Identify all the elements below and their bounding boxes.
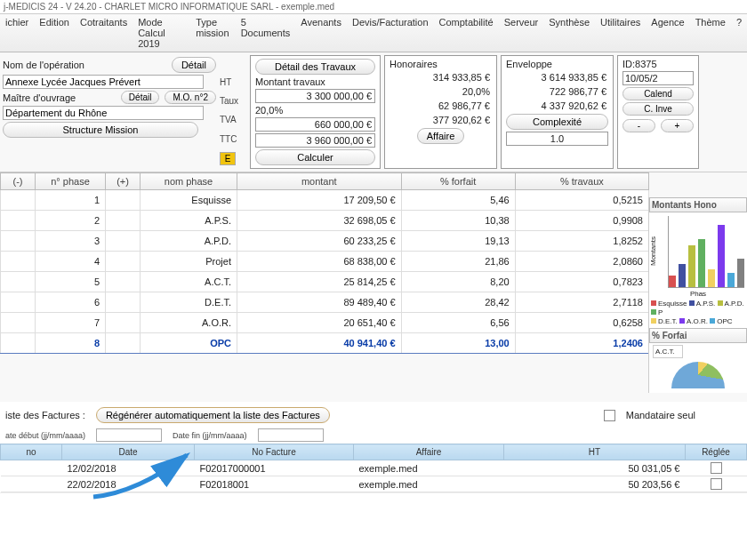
phase-row[interactable]: 7A.O.R.20 651,40 €6,560,6258: [1, 313, 649, 333]
reglee-checkbox[interactable]: [711, 478, 722, 490]
hono-taux: 20,0%: [390, 85, 492, 98]
col-minus[interactable]: (-): [1, 173, 36, 190]
calculer-button[interactable]: Calculer: [255, 149, 375, 165]
chart-bar: [669, 276, 676, 287]
menu-item[interactable]: Synthèse: [547, 16, 591, 50]
chart-bar: [679, 264, 686, 287]
menu-item[interactable]: Avenants: [299, 16, 343, 50]
menu-item[interactable]: Serveur: [502, 16, 541, 50]
col-montant[interactable]: montant: [237, 173, 402, 190]
travaux-taux: 20,0%: [255, 105, 375, 116]
menu-item[interactable]: ?: [735, 16, 743, 50]
menu-item[interactable]: Thème: [694, 16, 727, 50]
mo-detail-button[interactable]: Détail: [121, 91, 160, 104]
affaire-button[interactable]: Affaire: [417, 128, 465, 144]
inv-col[interactable]: Affaire: [354, 444, 504, 460]
enveloppe-title: Enveloppe: [506, 59, 608, 69]
structure-mission-button[interactable]: Structure Mission: [3, 122, 198, 138]
cinve-button[interactable]: C. Inve: [622, 102, 694, 116]
menu-item[interactable]: Edition: [37, 16, 71, 50]
date-debut-input[interactable]: [96, 428, 162, 442]
chart2-plot: [671, 362, 725, 388]
nom-label: Nom de l'opération: [3, 60, 84, 70]
regen-invoices-button[interactable]: Régénérer automatiquement la liste des F…: [96, 407, 330, 423]
invoice-row[interactable]: 12/02/2018F02017000001exemple.med50 031,…: [1, 460, 747, 476]
nom-operation-input[interactable]: [3, 75, 204, 89]
chart1-title: Montants Hono: [649, 197, 747, 212]
complexite-button[interactable]: Complexité: [506, 114, 608, 130]
chart-bar: [688, 245, 695, 287]
panel-honoraires: Honoraires 314 933,85 € 20,0% 62 986,77 …: [384, 55, 497, 169]
date-debut-label: ate début (jj/mm/aaaa): [5, 431, 85, 440]
menu-item[interactable]: Utilitaires: [598, 16, 642, 50]
mo-n2-button[interactable]: M.O. n°2: [165, 91, 216, 104]
montant-travaux-label: Montant travaux: [255, 76, 375, 87]
title-bar: j-MEDICIS 24 - V 24.20 - CHARLET MICRO I…: [0, 0, 747, 14]
chart2-title: % Forfai: [649, 328, 747, 343]
mandataire-checkbox[interactable]: [604, 410, 615, 421]
menu-item[interactable]: Type mission: [194, 16, 231, 50]
phase-table: (-) n° phase (+) nom phase montant % for…: [0, 172, 649, 354]
menu-item[interactable]: Mode Calcul 2019: [136, 16, 187, 50]
inv-col[interactable]: HT: [504, 444, 686, 460]
e-badge: E: [220, 152, 236, 165]
detail-operation-button[interactable]: Détail: [172, 57, 216, 73]
reglee-checkbox[interactable]: [711, 462, 722, 474]
travaux-tva: 660 000,00 €: [255, 117, 375, 132]
inv-col[interactable]: no: [1, 444, 62, 460]
chart-bar: [727, 273, 735, 287]
hono-ht: 314 933,85 €: [390, 71, 492, 84]
detail-travaux-button[interactable]: Détail des Travaux: [255, 59, 375, 75]
inv-col[interactable]: Date: [62, 444, 195, 460]
tax-labels: HT Taux TVA TTC E: [220, 55, 246, 169]
phase-row[interactable]: 4Projet68 838,00 €21,862,0860: [1, 252, 649, 272]
env-tva: 722 986,77 €: [506, 85, 608, 98]
id-value: ID:8375: [622, 59, 694, 69]
phase-row[interactable]: 6D.E.T.89 489,40 €28,422,7118: [1, 292, 649, 313]
phase-row[interactable]: 5A.C.T.25 814,25 €8,200,7823: [1, 272, 649, 292]
menu-item[interactable]: Agence: [649, 16, 686, 50]
col-nom[interactable]: nom phase: [141, 173, 237, 190]
menu-item[interactable]: Cotraitants: [78, 16, 129, 50]
invoice-list-label: iste des Factures :: [5, 410, 85, 420]
minus-button[interactable]: -: [622, 119, 655, 132]
menu-item[interactable]: Comptabilité: [438, 16, 495, 50]
phase-row[interactable]: 1Esquisse17 209,50 €5,460,5215: [1, 190, 649, 211]
inv-col[interactable]: Réglée: [686, 444, 747, 460]
menu-bar: ichierEditionCotraitantsMode Calcul 2019…: [0, 14, 747, 52]
invoice-row[interactable]: 22/02/2018F02018001exemple.med50 203,56 …: [1, 476, 747, 492]
chart-bar: [718, 225, 725, 287]
id-date: 10/05/2: [622, 71, 694, 85]
taux-label: Taux: [220, 95, 246, 107]
col-no[interactable]: n° phase: [36, 173, 106, 190]
window-title: j-MEDICIS 24 - V 24.20 - CHARLET MICRO I…: [4, 2, 334, 12]
panel-enveloppe: Enveloppe 3 614 933,85 € 722 986,77 € 4 …: [501, 55, 614, 169]
charts-sidebar: Montants Hono Montants Phas Esquisse A.P…: [648, 197, 747, 393]
panel-id: ID:8375 10/05/2 Calend C. Inve - +: [617, 55, 699, 169]
phase-section: (-) n° phase (+) nom phase montant % for…: [0, 172, 747, 354]
panel-travaux: Détail des Travaux Montant travaux 3 300…: [250, 55, 381, 169]
chart1-ylabel: Montants: [649, 212, 657, 290]
tva-label: TVA: [220, 114, 246, 125]
env-ttc: 4 337 920,62 €: [506, 100, 608, 112]
pie-label: A.C.T.: [653, 345, 683, 358]
calend-button[interactable]: Calend: [622, 87, 694, 100]
inv-col[interactable]: No Facture: [195, 444, 354, 460]
chart-bar: [708, 269, 715, 287]
menu-item[interactable]: 5 Documents: [239, 16, 293, 50]
phase-row[interactable]: 3A.P.D.60 233,25 €19,131,8252: [1, 231, 649, 252]
chart1-xlabel: Phas: [649, 290, 747, 298]
col-plus[interactable]: (+): [106, 173, 141, 190]
phase-row[interactable]: 2A.P.S.32 698,05 €10,380,9908: [1, 211, 649, 231]
col-forfait[interactable]: % forfait: [401, 173, 515, 190]
menu-item[interactable]: ichier: [4, 16, 30, 50]
mo-input[interactable]: [3, 106, 204, 120]
date-fin-input[interactable]: [258, 428, 324, 442]
chart-bar: [698, 239, 705, 287]
mandataire-label: Mandataire seul: [626, 410, 695, 420]
plus-button[interactable]: +: [661, 119, 694, 132]
phase-row[interactable]: 8OPC40 941,40 €13,001,2406: [1, 333, 649, 354]
col-travaux[interactable]: % travaux: [515, 173, 648, 190]
chart-legend: Esquisse A.P.S. A.P.D. P D.E.T. A.O.R. O…: [649, 298, 747, 328]
menu-item[interactable]: Devis/Facturation: [350, 16, 430, 50]
